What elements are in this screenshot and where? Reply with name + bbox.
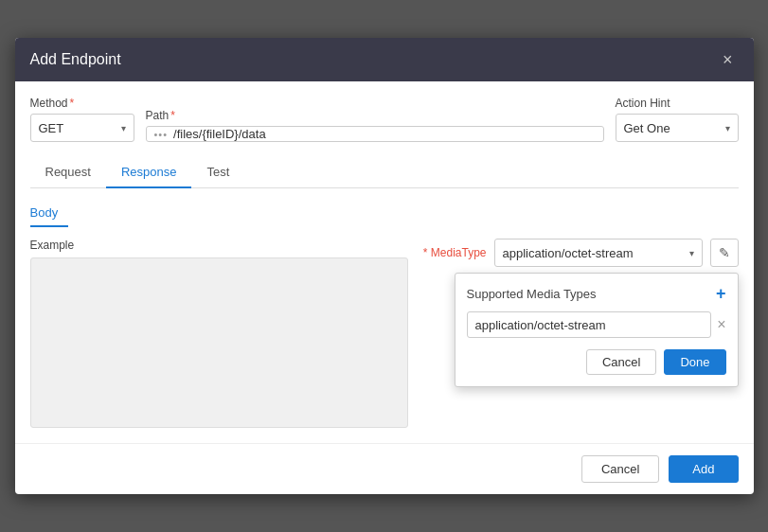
method-dropdown-arrow-icon: ▾	[121, 123, 126, 133]
method-select[interactable]: GET ▾	[30, 114, 134, 142]
media-type-required-label: * MediaType	[423, 246, 487, 259]
add-endpoint-dialog: Add Endpoint × Method* GET ▾ Path*	[15, 38, 754, 494]
dialog-header: Add Endpoint ×	[15, 38, 754, 81]
example-panel: Example	[30, 239, 408, 428]
content-area: Example * MediaType application/octet-st…	[30, 239, 739, 428]
method-value: GET	[39, 121, 64, 135]
footer-cancel-button[interactable]: Cancel	[581, 455, 659, 483]
add-media-type-button[interactable]: +	[716, 285, 726, 302]
dropdown-actions: Cancel Done	[467, 349, 726, 375]
media-type-input[interactable]	[467, 311, 712, 338]
supported-media-types-label: Supported Media Types	[467, 287, 597, 301]
tabs: Request Response Test	[30, 157, 739, 188]
dropdown-done-button[interactable]: Done	[664, 349, 725, 375]
example-label: Example	[30, 239, 408, 252]
method-field-group: Method* GET ▾	[30, 97, 134, 142]
action-hint-label: Action Hint	[616, 97, 739, 110]
media-type-section: * MediaType application/octet-stream ▾ ✎…	[423, 239, 739, 267]
sub-tab-area: Body	[30, 200, 739, 227]
media-type-input-row: ×	[467, 311, 726, 338]
tab-test[interactable]: Test	[191, 157, 244, 188]
path-label: Path*	[146, 109, 604, 122]
dialog-body: Method* GET ▾ Path* ••• Action Hin	[15, 81, 754, 443]
path-input[interactable]	[173, 127, 595, 141]
remove-media-type-button[interactable]: ×	[717, 317, 725, 332]
path-field-group: Path* •••	[146, 109, 604, 142]
sub-tab-body[interactable]: Body	[30, 200, 739, 225]
edit-media-type-button[interactable]: ✎	[710, 239, 739, 267]
close-button[interactable]: ×	[717, 49, 739, 70]
dialog-title: Add Endpoint	[30, 51, 121, 68]
path-dots-icon: •••	[154, 129, 169, 140]
media-type-select[interactable]: application/octet-stream ▾	[494, 239, 703, 267]
method-label: Method*	[30, 97, 134, 110]
dropdown-cancel-button[interactable]: Cancel	[586, 349, 656, 375]
top-row: Method* GET ▾ Path* ••• Action Hin	[30, 97, 739, 142]
media-type-value: application/octet-stream	[503, 246, 634, 260]
media-type-dropdown-arrow-icon: ▾	[689, 248, 694, 258]
example-box	[30, 257, 408, 428]
media-type-row: * MediaType application/octet-stream ▾ ✎	[423, 239, 739, 267]
footer-add-button[interactable]: Add	[669, 455, 738, 483]
action-hint-select[interactable]: Get One ▾	[616, 114, 739, 142]
action-hint-field-group: Action Hint Get One ▾	[616, 97, 739, 142]
supported-media-types-dropdown: Supported Media Types + × Cancel Done	[455, 273, 739, 387]
dialog-footer: Cancel Add	[15, 443, 754, 494]
action-hint-dropdown-arrow-icon: ▾	[725, 123, 730, 133]
action-hint-value: Get One	[624, 121, 670, 135]
tab-request[interactable]: Request	[30, 157, 106, 188]
path-field-wrapper: •••	[146, 126, 604, 142]
tab-response[interactable]: Response	[106, 157, 192, 188]
dropdown-header: Supported Media Types +	[467, 285, 726, 302]
